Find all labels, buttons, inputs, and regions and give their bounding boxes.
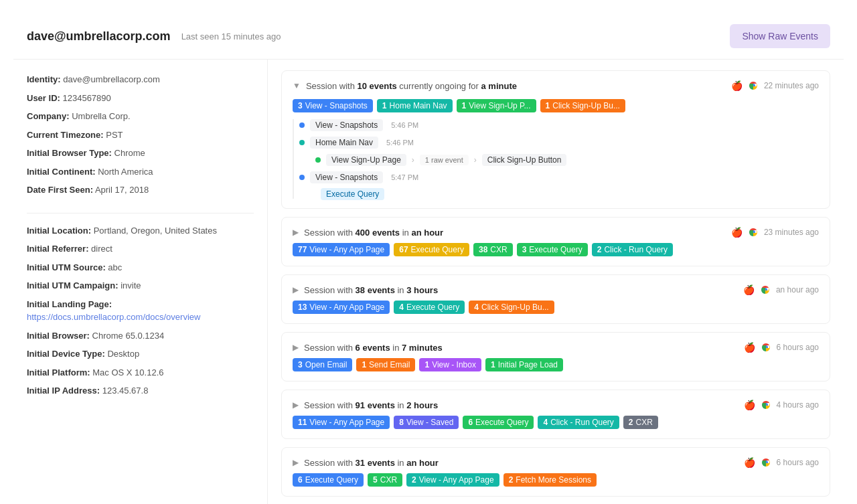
event-dot xyxy=(299,175,305,180)
sidebar-row: Initial Platform: Mac OS X 10.12.6 xyxy=(27,366,254,380)
session-tag[interactable]: 6 Execute Query xyxy=(463,416,534,429)
session-tag[interactable]: 1 Click Sign-Up Bu... xyxy=(540,99,625,112)
chevron-icon: ▶ xyxy=(293,343,299,352)
event-time: 5:46 PM xyxy=(391,121,418,129)
chevron-icon: ▶ xyxy=(293,285,299,295)
session-block: ▶Session with 38 events in 3 hours🍎an ho… xyxy=(281,274,830,324)
session-header[interactable]: ▶Session with 38 events in 3 hours🍎an ho… xyxy=(293,284,819,295)
session-title: Session with 91 events in 2 hours xyxy=(304,400,438,410)
session-tag[interactable]: 5 CXR xyxy=(368,473,402,487)
session-tags: 6 Execute Query5 CXR2 View - Any App Pag… xyxy=(293,473,819,487)
session-tag[interactable]: 1 Send Email xyxy=(356,358,415,371)
session-tag[interactable]: 77 View - Any App Page xyxy=(293,243,390,256)
session-tag[interactable]: 4 Click - Run Query xyxy=(538,416,619,429)
session-time-ago: 6 hours ago xyxy=(777,343,819,352)
session-tag[interactable]: 3 Open Email xyxy=(293,358,352,371)
session-tag[interactable]: 1 Initial Page Load xyxy=(485,358,563,371)
session-title: Session with 10 events currently ongoing… xyxy=(306,81,517,91)
sidebar-row: Current Timezone: PST xyxy=(27,129,254,142)
sidebar-row: Initial Referrer: direct xyxy=(27,242,254,256)
event-dot xyxy=(299,122,305,128)
execute-query-tag[interactable]: Execute Query xyxy=(321,188,384,200)
session-tag[interactable]: 67 Execute Query xyxy=(394,243,469,256)
user-email: dave@umbrellacorp.com xyxy=(27,29,171,44)
main-layout: Identity: dave@umbrellacorp.comUser ID: … xyxy=(13,60,844,504)
session-time-ago: 6 hours ago xyxy=(777,458,819,467)
chrome-icon xyxy=(761,457,771,468)
event-name[interactable]: View Sign-Up Page xyxy=(326,154,406,166)
session-time-ago: 22 minutes ago xyxy=(764,81,819,90)
session-block: ▶Session with 400 events in an hour🍎23 m… xyxy=(281,217,830,266)
sidebar-row: User ID: 1234567890 xyxy=(27,92,254,105)
apple-icon: 🍎 xyxy=(732,227,743,238)
session-header[interactable]: ▶Session with 91 events in 2 hours🍎4 hou… xyxy=(293,400,819,410)
session-title: Session with 6 events in 7 minutes xyxy=(304,343,443,353)
event-row: View - Snapshots 5:46 PM xyxy=(299,119,819,131)
event-time: 5:47 PM xyxy=(391,173,418,181)
session-title: Session with 38 events in 3 hours xyxy=(304,285,438,295)
sidebar-row: Initial IP Address: 123.45.67.8 xyxy=(27,384,254,398)
session-tag[interactable]: 4 Execute Query xyxy=(394,301,465,314)
event-name[interactable]: View - Snapshots xyxy=(310,119,383,131)
chrome-icon xyxy=(761,342,771,353)
chevron-icon: ▶ xyxy=(293,458,299,467)
session-tag[interactable]: 1 View Sign-Up P... xyxy=(457,99,536,112)
session-tag[interactable]: 1 View - Inbox xyxy=(419,358,481,371)
session-header[interactable]: ▼Session with 10 events currently ongoin… xyxy=(293,80,819,91)
raw-event-note: 1 raw event xyxy=(420,155,469,165)
session-block: ▶Session with 6 events in 7 minutes🍎6 ho… xyxy=(281,332,830,382)
session-time-ago: an hour ago xyxy=(776,285,819,295)
session-tag[interactable]: 2 Fetch More Sessions xyxy=(503,473,597,487)
chrome-icon xyxy=(760,284,771,295)
session-tag[interactable]: 13 View - Any App Page xyxy=(293,301,390,314)
arrow-icon: › xyxy=(474,155,477,165)
session-time-ago: 4 hours ago xyxy=(777,400,819,410)
apple-icon: 🍎 xyxy=(744,284,755,295)
session-tag[interactable]: 2 CXR xyxy=(623,416,658,429)
sessions-panel: ▼Session with 10 events currently ongoin… xyxy=(268,60,844,504)
sub-event-row: View Sign-Up Page › 1 raw event › Click … xyxy=(315,154,819,166)
sidebar-row: Initial Device Type: Desktop xyxy=(27,347,254,361)
sidebar-row: Initial UTM Source: abc xyxy=(27,261,254,274)
session-block: ▶Session with 91 events in 2 hours🍎4 hou… xyxy=(281,390,830,439)
apple-icon: 🍎 xyxy=(745,342,755,353)
session-tag[interactable]: 11 View - Any App Page xyxy=(293,416,390,429)
chrome-icon xyxy=(761,400,771,410)
session-tags: 3 View - Snapshots1 Home Main Nav1 View … xyxy=(293,99,819,112)
session-tags: 3 Open Email1 Send Email1 View - Inbox1 … xyxy=(293,358,819,371)
session-tags: 13 View - Any App Page4 Execute Query4 C… xyxy=(293,301,819,314)
apple-icon: 🍎 xyxy=(745,400,755,410)
event-dot xyxy=(299,140,305,145)
session-header[interactable]: ▶Session with 31 events in an hour🍎6 hou… xyxy=(293,457,819,468)
execute-query-row: Execute Query xyxy=(321,189,819,199)
session-tag[interactable]: 3 View - Snapshots xyxy=(293,99,373,112)
show-raw-events-button[interactable]: Show Raw Events xyxy=(730,24,830,48)
session-tag[interactable]: 38 CXR xyxy=(473,243,513,256)
chevron-icon: ▶ xyxy=(293,400,299,410)
session-header[interactable]: ▶Session with 6 events in 7 minutes🍎6 ho… xyxy=(293,342,819,353)
session-tag[interactable]: 3 Execute Query xyxy=(517,243,588,256)
event-row: View - Snapshots 5:47 PM xyxy=(299,171,819,183)
session-tag[interactable]: 4 Click Sign-Up Bu... xyxy=(469,301,554,314)
sidebar-row: Date First Seen: April 17, 2018 xyxy=(27,183,254,197)
header-left: dave@umbrellacorp.com Last seen 15 minut… xyxy=(27,29,281,44)
session-block: ▶Session with 31 events in an hour🍎6 hou… xyxy=(281,447,830,497)
session-time-ago: 23 minutes ago xyxy=(764,228,819,237)
sidebar-row: Initial Location: Portland, Oregon, Unit… xyxy=(27,224,254,238)
event-name[interactable]: Click Sign-Up Button xyxy=(482,154,567,166)
sidebar-row: Company: Umbrella Corp. xyxy=(27,110,254,123)
session-tag[interactable]: 8 View - Saved xyxy=(394,416,459,429)
event-name[interactable]: View - Snapshots xyxy=(310,171,383,183)
session-tag[interactable]: 6 Execute Query xyxy=(293,473,364,487)
session-header[interactable]: ▶Session with 400 events in an hour🍎23 m… xyxy=(293,227,819,238)
event-name[interactable]: Home Main Nav xyxy=(310,137,378,149)
sidebar-row: Identity: dave@umbrellacorp.com xyxy=(27,73,254,86)
session-tag[interactable]: 2 Click - Run Query xyxy=(592,243,673,256)
session-tag[interactable]: 1 Home Main Nav xyxy=(377,99,453,112)
apple-icon: 🍎 xyxy=(732,80,743,91)
sidebar-section-2: Initial Location: Portland, Oregon, Unit… xyxy=(27,224,254,398)
session-tag[interactable]: 2 View - Any App Page xyxy=(406,473,499,487)
sidebar-row: Initial Browser: Chrome 65.0.1234 xyxy=(27,329,254,343)
landing-page-link[interactable]: https://docs.umbrellacorp.com/docs/overv… xyxy=(27,312,200,322)
session-title: Session with 400 events in an hour xyxy=(304,228,443,238)
